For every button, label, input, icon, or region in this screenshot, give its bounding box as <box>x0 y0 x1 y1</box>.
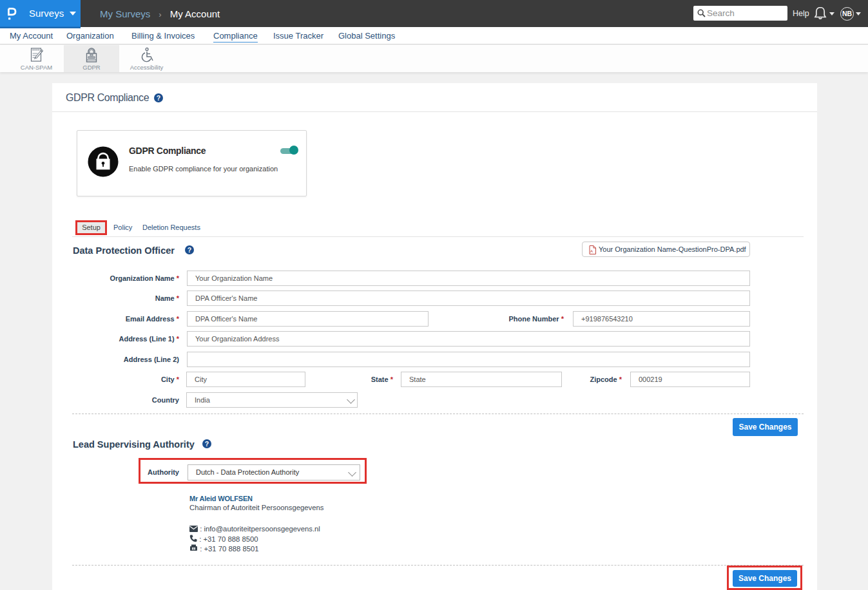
svg-text:A: A <box>590 249 593 253</box>
